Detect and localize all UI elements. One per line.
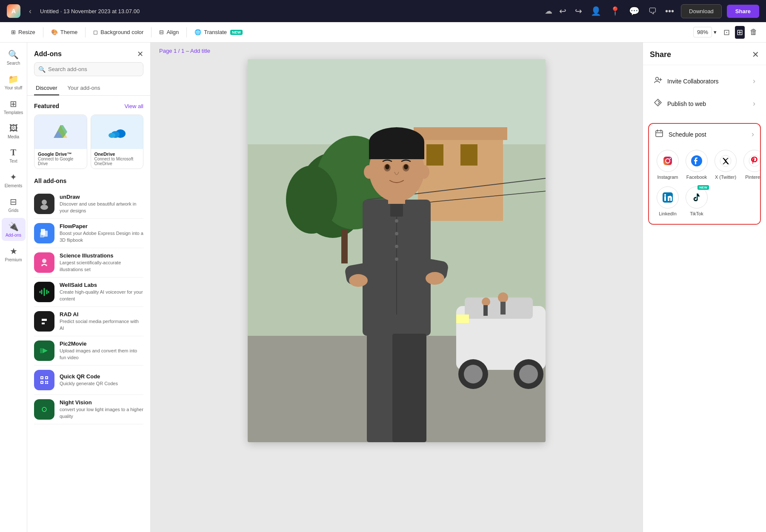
social-instagram[interactable]: Instagram (655, 148, 680, 181)
more-button[interactable]: ••• (663, 5, 676, 18)
text-icon: T (11, 148, 16, 157)
sidebar-label-text: Text (9, 159, 17, 163)
grid-toggle-button[interactable]: ⊞ (735, 26, 745, 39)
theme-button[interactable]: 🎨 Theme (47, 26, 82, 38)
redo-button[interactable]: ↪ (573, 4, 584, 18)
svg-rect-24 (45, 381, 46, 382)
addon-radai[interactable]: RAD AI Predict social media performance … (34, 307, 143, 336)
sidebar-item-premium[interactable]: ★ Premium (2, 243, 26, 266)
chat-button[interactable]: 💬 (627, 4, 641, 18)
svg-point-69 (385, 164, 389, 169)
onedrive-sub: Connect to Microsoft OneDrive (94, 157, 140, 166)
svg-rect-77 (500, 302, 506, 315)
tab-your-addons[interactable]: Your add-ons (66, 81, 102, 95)
toolbar-separator-4 (186, 27, 187, 37)
social-twitter[interactable]: X (Twitter) (713, 148, 738, 181)
sidebar-item-your-stuff[interactable]: 📁 Your stuff (2, 71, 26, 94)
account-button[interactable]: 👤 (589, 4, 603, 18)
schedule-post-header[interactable]: Schedule post › (649, 124, 760, 145)
pic2movie-logo (34, 340, 54, 361)
sidebar-item-addons[interactable]: 🔌 Add-ons (2, 218, 26, 241)
svg-rect-52 (456, 315, 469, 323)
fit-view-button[interactable]: ⊡ (722, 26, 732, 39)
radai-name: RAD AI (60, 311, 143, 317)
addon-wellsaid[interactable]: WellSaid Labs Create high-quality AI voi… (34, 277, 143, 307)
addon-nightvision[interactable]: Night Vision convert your low light imag… (34, 395, 143, 424)
publish-web-option[interactable]: Publish to web › (648, 93, 761, 114)
undraw-desc: Discover and use beautiful artwork in yo… (60, 201, 143, 214)
add-title-link[interactable]: Add title (190, 48, 210, 54)
social-tiktok[interactable]: NEW TikTok (684, 185, 709, 218)
svg-point-13 (46, 264, 47, 266)
linkedin-label: LinkedIn (659, 211, 677, 216)
addon-quickqr[interactable]: Quick QR Code Quickly generate QR Codes (34, 366, 143, 395)
topbar: A ‹ Untitled · 13 November 2023 at 13.07… (0, 0, 766, 22)
sidebar-item-templates[interactable]: ⊞ Templates (2, 95, 26, 118)
folder-icon: 📁 (8, 74, 19, 84)
wellsaid-desc: Create high-quality AI voiceover for you… (60, 289, 143, 302)
pic2movie-info: Pic2Movie Upload images and convert them… (60, 340, 143, 361)
addon-science[interactable]: Science Illustrations Largest scientific… (34, 248, 143, 277)
featured-section-header: Featured View all (34, 103, 143, 109)
addons-panel-title: Add-ons (34, 50, 62, 58)
flowpaper-desc: Boost your Adobe Express Design into a 3… (60, 230, 143, 243)
addon-pic2movie[interactable]: Pic2Movie Upload images and convert them… (34, 336, 143, 366)
social-pinterest[interactable]: Pinterest (742, 148, 761, 181)
premium-icon: ★ (10, 246, 17, 256)
undo-button[interactable]: ↩ (557, 4, 568, 18)
svg-line-84 (658, 103, 660, 104)
location-button[interactable]: 📍 (608, 4, 622, 18)
featured-card-google-drive[interactable]: Google Drive™ Connect to Google Drive (34, 114, 87, 169)
canvas-area: Page 1 / 1 – Add title (151, 43, 643, 532)
canvas-frame[interactable] (248, 59, 546, 442)
svg-rect-79 (483, 305, 488, 316)
addons-panel: Add-ons ✕ 🔍 Discover Your add-ons Featur… (27, 43, 151, 532)
grids-icon: ⊟ (10, 197, 17, 207)
translate-button[interactable]: 🌐 Translate NEW (190, 26, 247, 38)
svg-point-91 (670, 158, 671, 159)
back-button[interactable]: ‹ (26, 5, 35, 17)
schedule-calendar-icon (655, 129, 663, 140)
download-button[interactable]: Download (681, 4, 722, 18)
social-facebook[interactable]: Facebook (684, 148, 709, 181)
social-linkedin[interactable]: LinkedIn (655, 185, 680, 218)
quickqr-logo (34, 370, 54, 390)
svg-point-12 (41, 264, 43, 266)
publish-label: Publish to web (667, 100, 706, 107)
svg-point-62 (349, 274, 368, 287)
nightvision-logo (34, 399, 54, 420)
flowpaper-info: FlowPaper Boost your Adobe Express Desig… (60, 223, 143, 243)
comments-button[interactable]: 🗨 (646, 5, 658, 18)
tab-discover[interactable]: Discover (34, 81, 59, 95)
invite-collaborators-option[interactable]: Invite Collaborators › (648, 70, 761, 92)
sidebar-item-search[interactable]: 🔍 Search (2, 46, 26, 69)
svg-rect-14 (42, 319, 47, 321)
view-all-link[interactable]: View all (124, 103, 143, 109)
addon-flowpaper[interactable]: FlowPaper Boost your Adobe Express Desig… (34, 219, 143, 248)
svg-point-63 (426, 272, 444, 285)
addons-close-button[interactable]: ✕ (137, 49, 143, 59)
resize-button[interactable]: ⊞ Resize (7, 26, 40, 38)
facebook-icon-wrap (686, 150, 708, 172)
wellsaid-logo (34, 282, 54, 302)
sidebar-item-elements[interactable]: ✦ Elements (2, 169, 26, 192)
sidebar-item-grids[interactable]: ⊟ Grids (2, 193, 26, 216)
addons-content: Featured View all Google Drive™ Connect … (27, 96, 150, 532)
pic2movie-desc: Upload images and convert them into fun … (60, 348, 143, 361)
share-close-button[interactable]: ✕ (752, 49, 759, 60)
linkedin-icon-wrap (657, 186, 679, 209)
canvas-photo (248, 59, 546, 442)
tiktok-icon-wrap: NEW (686, 186, 708, 209)
delete-button[interactable]: 🗑 (748, 26, 759, 38)
svg-point-5 (109, 133, 115, 138)
addons-search-input[interactable] (34, 62, 143, 76)
featured-card-onedrive[interactable]: OneDrive Connect to Microsoft OneDrive (91, 114, 144, 169)
bg-color-button[interactable]: ◻ Background color (89, 26, 148, 38)
sidebar-item-media[interactable]: 🖼 Media (2, 120, 26, 143)
addon-undraw[interactable]: unDraw Discover and use beautiful artwor… (34, 189, 143, 219)
nightvision-desc: convert your low light images to a highe… (60, 406, 143, 420)
align-button[interactable]: ⊟ Align (155, 26, 183, 38)
sidebar-item-text[interactable]: T Text (2, 144, 26, 167)
svg-rect-40 (426, 144, 443, 166)
share-button[interactable]: Share (727, 5, 759, 18)
